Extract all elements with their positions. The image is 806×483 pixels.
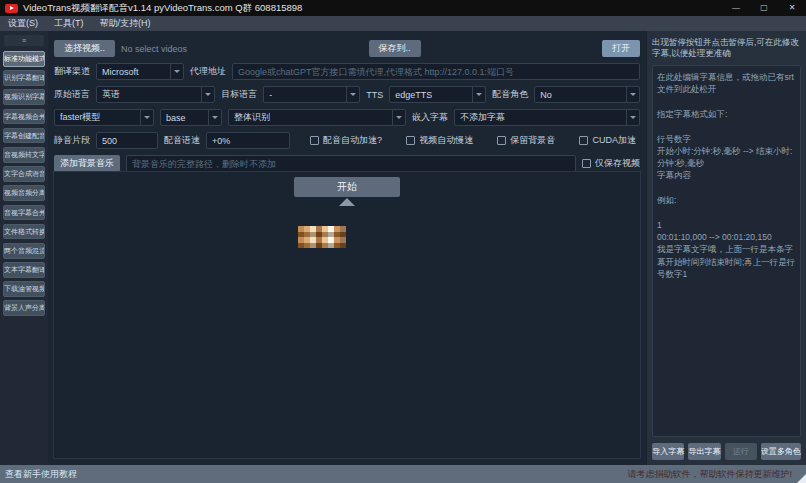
app-window: VideoTrans视频翻译配音v1.14 pyVideoTrans.com Q… <box>0 0 806 483</box>
translate-channel-row: 翻译渠道 Microsoft 代理地址 <box>54 63 640 80</box>
cuda-checkbox[interactable]: CUDA加速 <box>579 134 636 147</box>
no-video-text: No select videos <box>121 44 187 54</box>
voice-rate-label: 配音语速 <box>164 134 200 147</box>
checkbox-icon <box>310 136 319 145</box>
set-roles-button[interactable]: 设置多角色 <box>761 443 801 460</box>
video-slowdown-checkbox[interactable]: 视频自动慢速 <box>406 134 473 147</box>
close-icon[interactable]: ✕ <box>778 0 806 16</box>
censored-mosaic <box>298 226 346 248</box>
embed-subtitle-label: 嵌入字幕 <box>412 111 448 124</box>
run-button: 运行 <box>725 443 757 460</box>
window-title: VideoTrans视频翻译配音v1.14 pyVideoTrans.com Q… <box>23 2 302 15</box>
sidebar-item-av-to-text[interactable]: 音视频转文字 <box>3 147 45 163</box>
chevron-down-icon <box>626 110 639 125</box>
save-video-only-checkbox[interactable]: 仅保存视频 <box>582 157 640 170</box>
save-to-button[interactable]: 保存到.. <box>369 40 421 57</box>
sidebar-item-tts[interactable]: 文字合成语音 <box>3 166 45 182</box>
tts-select[interactable]: edgeTTS <box>389 86 486 103</box>
auto-speedup-checkbox[interactable]: 配音自动加速? <box>310 134 382 147</box>
translate-channel-select[interactable]: Microsoft <box>96 63 184 80</box>
chevron-down-icon <box>140 110 153 125</box>
chevron-down-icon <box>626 87 639 102</box>
start-notch-arrow-icon <box>339 198 355 206</box>
sidebar-item-format-convert[interactable]: 文件格式转换 <box>3 224 45 240</box>
silence-label: 静音片段 <box>54 134 90 147</box>
silence-input[interactable] <box>96 132 158 149</box>
chevron-down-icon <box>392 110 405 125</box>
checkbox-icon <box>497 136 506 145</box>
voice-rate-input[interactable] <box>206 132 290 149</box>
sidebar-item-audio-mix[interactable]: 两个音频混流 <box>3 243 45 259</box>
checkbox-icon <box>406 136 415 145</box>
voice-role-label: 配音角色 <box>492 88 528 101</box>
window-controls: — ▢ ✕ <box>722 0 806 16</box>
source-lang-select[interactable]: 英语 <box>96 86 215 103</box>
checkbox-group: 配音自动加速? 视频自动慢速 保留背景音 CUDA加速 <box>296 134 640 147</box>
model-row: faster模型 base 整体识别 嵌入字幕 不添加字幕 <box>54 109 640 126</box>
subtitle-editor[interactable]: 在此处编辑字幕信息，或拖动已有srt文件到此处松开 指定字幕格式如下: 行号数字… <box>652 65 801 437</box>
minimize-icon[interactable]: — <box>722 0 750 16</box>
subtitle-buttons-row: 导入字幕 导出字幕 运行 设置多角色 <box>652 443 801 460</box>
open-button[interactable]: 打开 <box>602 40 640 57</box>
menu-bar: 设置(S) 工具(T) 帮助/支持(H) <box>0 16 806 31</box>
language-row: 原始语言 英语 目标语言 - TTS edgeTTS 配音角色 No <box>54 86 640 103</box>
menu-tools[interactable]: 工具(T) <box>54 17 84 30</box>
start-button[interactable]: 开始 <box>294 177 400 197</box>
sidebar-item-standard-mode[interactable]: 标准功能模式 <box>3 51 45 67</box>
log-area <box>53 171 641 459</box>
add-bgm-button[interactable]: 添加背景音乐 <box>54 155 120 172</box>
sidebar-item-recognize-translate[interactable]: 识别字幕翻译 <box>3 70 45 86</box>
embed-subtitle-select[interactable]: 不添加字幕 <box>454 109 640 126</box>
tts-label: TTS <box>366 90 383 100</box>
checkbox-icon <box>579 136 588 145</box>
proxy-input[interactable] <box>232 63 640 80</box>
voice-role-select[interactable]: No <box>534 86 640 103</box>
sidebar-item-text-subtitle-translate[interactable]: 文本字幕翻译 <box>3 262 45 278</box>
bgm-row: 添加背景音乐 仅保存视频 <box>54 155 640 172</box>
tutorial-link[interactable]: 查看新手使用教程 <box>0 468 77 481</box>
options-row: 静音片段 配音语速 配音自动加速? 视频自动慢速 保留背景音 <box>54 132 640 149</box>
target-lang-select[interactable]: - <box>263 86 360 103</box>
sidebar-item-download-youtube[interactable]: 下载油管视频 <box>3 281 45 297</box>
import-subtitle-button[interactable]: 导入字幕 <box>652 443 684 460</box>
chevron-down-icon <box>472 87 485 102</box>
export-subtitle-button[interactable]: 导出字幕 <box>688 443 720 460</box>
model-type-select[interactable]: faster模型 <box>54 109 154 126</box>
sidebar-item-vocal-separate[interactable]: 背景人声分离 <box>3 300 45 316</box>
main-panel: 选择视频.. No select videos 保存到.. 打开 翻译渠道 Mi… <box>48 31 646 465</box>
toolbar-row: 选择视频.. No select videos 保存到.. 打开 <box>54 40 640 57</box>
translate-channel-label: 翻译渠道 <box>54 65 90 78</box>
chevron-down-icon <box>170 64 183 79</box>
title-bar: VideoTrans视频翻译配音v1.14 pyVideoTrans.com Q… <box>0 0 806 16</box>
sidebar-item-subtitle-dubbing[interactable]: 字幕创建配音 <box>3 128 45 144</box>
keep-background-checkbox[interactable]: 保留背景音 <box>497 134 555 147</box>
app-icon <box>5 4 18 13</box>
collapse-sidebar-button[interactable]: ≡ <box>4 35 44 46</box>
sidebar-item-subtitle-video-merge[interactable]: 字幕视频合并 <box>3 109 45 125</box>
resize-grip-icon[interactable] <box>797 474 806 483</box>
select-video-button[interactable]: 选择视频.. <box>54 40 115 57</box>
sidebar-item-av-separate[interactable]: 视频音频分离 <box>3 185 45 201</box>
sidebar: ≡ 标准功能模式 识别字幕翻译 视频识别字幕 字幕视频合并 字幕创建配音 音视频… <box>0 31 48 465</box>
chevron-down-icon <box>208 110 221 125</box>
bgm-path-input[interactable] <box>126 155 576 172</box>
sidebar-item-av-subtitle-merge[interactable]: 音视字幕合并 <box>3 205 45 221</box>
proxy-label: 代理地址 <box>190 65 226 78</box>
menu-settings[interactable]: 设置(S) <box>8 17 38 30</box>
sidebar-item-video-to-subtitle[interactable]: 视频识别字幕 <box>3 89 45 105</box>
recognition-mode-select[interactable]: 整体识别 <box>228 109 406 126</box>
donate-text: 请考虑捐助软件，帮助软件保持更新维护! <box>627 468 806 481</box>
target-lang-label: 目标语言 <box>221 88 257 101</box>
source-lang-label: 原始语言 <box>54 88 90 101</box>
maximize-icon[interactable]: ▢ <box>750 0 778 16</box>
chevron-down-icon <box>346 87 359 102</box>
subtitle-panel: 出现暂停按钮并点击暂停后,可在此修改字幕,以便处理更准确 在此处编辑字幕信息，或… <box>646 31 806 465</box>
chevron-down-icon <box>201 87 214 102</box>
subtitle-panel-header: 出现暂停按钮并点击暂停后,可在此修改字幕,以便处理更准确 <box>652 37 801 60</box>
model-name-select[interactable]: base <box>160 109 222 126</box>
checkbox-icon <box>582 159 591 168</box>
menu-help[interactable]: 帮助/支持(H) <box>100 17 151 30</box>
status-bar: 查看新手使用教程 请考虑捐助软件，帮助软件保持更新维护! <box>0 465 806 483</box>
